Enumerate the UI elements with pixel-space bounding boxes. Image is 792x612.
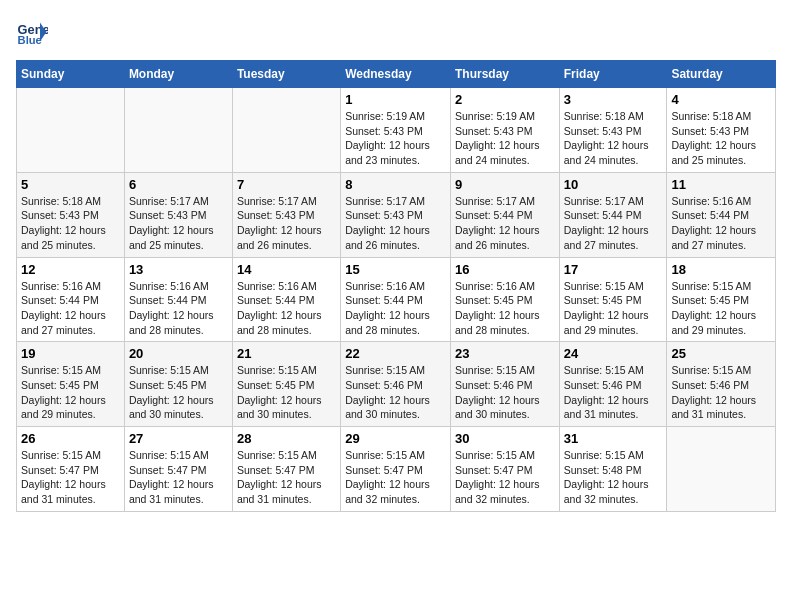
- day-info: Sunrise: 5:17 AMSunset: 5:43 PMDaylight:…: [345, 194, 446, 253]
- day-info: Sunrise: 5:15 AMSunset: 5:46 PMDaylight:…: [345, 363, 446, 422]
- column-header-saturday: Saturday: [667, 61, 776, 88]
- day-info: Sunrise: 5:15 AMSunset: 5:45 PMDaylight:…: [237, 363, 336, 422]
- day-cell: 31Sunrise: 5:15 AMSunset: 5:48 PMDayligh…: [559, 427, 667, 512]
- day-cell: 10Sunrise: 5:17 AMSunset: 5:44 PMDayligh…: [559, 172, 667, 257]
- days-header-row: SundayMondayTuesdayWednesdayThursdayFrid…: [17, 61, 776, 88]
- day-info: Sunrise: 5:18 AMSunset: 5:43 PMDaylight:…: [21, 194, 120, 253]
- svg-text:Blue: Blue: [18, 34, 42, 46]
- day-cell: 23Sunrise: 5:15 AMSunset: 5:46 PMDayligh…: [450, 342, 559, 427]
- day-number: 14: [237, 262, 336, 277]
- day-cell: 24Sunrise: 5:15 AMSunset: 5:46 PMDayligh…: [559, 342, 667, 427]
- day-cell: 18Sunrise: 5:15 AMSunset: 5:45 PMDayligh…: [667, 257, 776, 342]
- day-cell: [232, 88, 340, 173]
- day-number: 22: [345, 346, 446, 361]
- day-cell: [17, 88, 125, 173]
- day-cell: 26Sunrise: 5:15 AMSunset: 5:47 PMDayligh…: [17, 427, 125, 512]
- day-info: Sunrise: 5:15 AMSunset: 5:46 PMDaylight:…: [455, 363, 555, 422]
- day-number: 31: [564, 431, 663, 446]
- day-cell: 20Sunrise: 5:15 AMSunset: 5:45 PMDayligh…: [124, 342, 232, 427]
- logo-icon: General Blue: [16, 16, 48, 48]
- day-number: 21: [237, 346, 336, 361]
- day-info: Sunrise: 5:15 AMSunset: 5:47 PMDaylight:…: [237, 448, 336, 507]
- day-info: Sunrise: 5:15 AMSunset: 5:45 PMDaylight:…: [564, 279, 663, 338]
- day-cell: 28Sunrise: 5:15 AMSunset: 5:47 PMDayligh…: [232, 427, 340, 512]
- day-number: 25: [671, 346, 771, 361]
- day-number: 2: [455, 92, 555, 107]
- day-info: Sunrise: 5:16 AMSunset: 5:44 PMDaylight:…: [345, 279, 446, 338]
- day-info: Sunrise: 5:18 AMSunset: 5:43 PMDaylight:…: [671, 109, 771, 168]
- day-number: 26: [21, 431, 120, 446]
- day-info: Sunrise: 5:16 AMSunset: 5:44 PMDaylight:…: [237, 279, 336, 338]
- day-number: 6: [129, 177, 228, 192]
- column-header-tuesday: Tuesday: [232, 61, 340, 88]
- day-cell: 11Sunrise: 5:16 AMSunset: 5:44 PMDayligh…: [667, 172, 776, 257]
- day-info: Sunrise: 5:17 AMSunset: 5:44 PMDaylight:…: [455, 194, 555, 253]
- day-number: 27: [129, 431, 228, 446]
- day-info: Sunrise: 5:17 AMSunset: 5:44 PMDaylight:…: [564, 194, 663, 253]
- week-row-1: 1Sunrise: 5:19 AMSunset: 5:43 PMDaylight…: [17, 88, 776, 173]
- day-cell: 3Sunrise: 5:18 AMSunset: 5:43 PMDaylight…: [559, 88, 667, 173]
- day-number: 7: [237, 177, 336, 192]
- week-row-5: 26Sunrise: 5:15 AMSunset: 5:47 PMDayligh…: [17, 427, 776, 512]
- day-info: Sunrise: 5:15 AMSunset: 5:45 PMDaylight:…: [129, 363, 228, 422]
- day-info: Sunrise: 5:15 AMSunset: 5:47 PMDaylight:…: [129, 448, 228, 507]
- day-cell: 27Sunrise: 5:15 AMSunset: 5:47 PMDayligh…: [124, 427, 232, 512]
- day-info: Sunrise: 5:15 AMSunset: 5:46 PMDaylight:…: [671, 363, 771, 422]
- week-row-3: 12Sunrise: 5:16 AMSunset: 5:44 PMDayligh…: [17, 257, 776, 342]
- day-number: 17: [564, 262, 663, 277]
- day-cell: 30Sunrise: 5:15 AMSunset: 5:47 PMDayligh…: [450, 427, 559, 512]
- day-info: Sunrise: 5:15 AMSunset: 5:47 PMDaylight:…: [455, 448, 555, 507]
- day-number: 15: [345, 262, 446, 277]
- day-info: Sunrise: 5:15 AMSunset: 5:45 PMDaylight:…: [671, 279, 771, 338]
- day-info: Sunrise: 5:15 AMSunset: 5:46 PMDaylight:…: [564, 363, 663, 422]
- day-info: Sunrise: 5:19 AMSunset: 5:43 PMDaylight:…: [345, 109, 446, 168]
- day-number: 10: [564, 177, 663, 192]
- day-cell: 15Sunrise: 5:16 AMSunset: 5:44 PMDayligh…: [341, 257, 451, 342]
- day-cell: [667, 427, 776, 512]
- day-info: Sunrise: 5:15 AMSunset: 5:48 PMDaylight:…: [564, 448, 663, 507]
- day-number: 28: [237, 431, 336, 446]
- day-number: 5: [21, 177, 120, 192]
- day-cell: 14Sunrise: 5:16 AMSunset: 5:44 PMDayligh…: [232, 257, 340, 342]
- day-cell: 25Sunrise: 5:15 AMSunset: 5:46 PMDayligh…: [667, 342, 776, 427]
- day-number: 13: [129, 262, 228, 277]
- calendar-table: SundayMondayTuesdayWednesdayThursdayFrid…: [16, 60, 776, 512]
- week-row-4: 19Sunrise: 5:15 AMSunset: 5:45 PMDayligh…: [17, 342, 776, 427]
- day-number: 18: [671, 262, 771, 277]
- day-cell: 6Sunrise: 5:17 AMSunset: 5:43 PMDaylight…: [124, 172, 232, 257]
- day-cell: 1Sunrise: 5:19 AMSunset: 5:43 PMDaylight…: [341, 88, 451, 173]
- day-number: 11: [671, 177, 771, 192]
- day-info: Sunrise: 5:17 AMSunset: 5:43 PMDaylight:…: [237, 194, 336, 253]
- logo: General Blue: [16, 16, 48, 48]
- day-number: 19: [21, 346, 120, 361]
- day-info: Sunrise: 5:19 AMSunset: 5:43 PMDaylight:…: [455, 109, 555, 168]
- day-number: 24: [564, 346, 663, 361]
- column-header-thursday: Thursday: [450, 61, 559, 88]
- day-number: 3: [564, 92, 663, 107]
- day-info: Sunrise: 5:18 AMSunset: 5:43 PMDaylight:…: [564, 109, 663, 168]
- day-cell: 21Sunrise: 5:15 AMSunset: 5:45 PMDayligh…: [232, 342, 340, 427]
- day-number: 23: [455, 346, 555, 361]
- day-cell: 19Sunrise: 5:15 AMSunset: 5:45 PMDayligh…: [17, 342, 125, 427]
- day-info: Sunrise: 5:16 AMSunset: 5:45 PMDaylight:…: [455, 279, 555, 338]
- day-info: Sunrise: 5:15 AMSunset: 5:45 PMDaylight:…: [21, 363, 120, 422]
- day-info: Sunrise: 5:15 AMSunset: 5:47 PMDaylight:…: [21, 448, 120, 507]
- day-cell: 9Sunrise: 5:17 AMSunset: 5:44 PMDaylight…: [450, 172, 559, 257]
- day-number: 4: [671, 92, 771, 107]
- day-number: 16: [455, 262, 555, 277]
- day-number: 9: [455, 177, 555, 192]
- column-header-friday: Friday: [559, 61, 667, 88]
- column-header-sunday: Sunday: [17, 61, 125, 88]
- day-number: 29: [345, 431, 446, 446]
- day-cell: [124, 88, 232, 173]
- day-number: 8: [345, 177, 446, 192]
- day-cell: 16Sunrise: 5:16 AMSunset: 5:45 PMDayligh…: [450, 257, 559, 342]
- column-header-monday: Monday: [124, 61, 232, 88]
- day-info: Sunrise: 5:17 AMSunset: 5:43 PMDaylight:…: [129, 194, 228, 253]
- day-cell: 13Sunrise: 5:16 AMSunset: 5:44 PMDayligh…: [124, 257, 232, 342]
- day-cell: 29Sunrise: 5:15 AMSunset: 5:47 PMDayligh…: [341, 427, 451, 512]
- day-cell: 7Sunrise: 5:17 AMSunset: 5:43 PMDaylight…: [232, 172, 340, 257]
- day-info: Sunrise: 5:15 AMSunset: 5:47 PMDaylight:…: [345, 448, 446, 507]
- day-cell: 2Sunrise: 5:19 AMSunset: 5:43 PMDaylight…: [450, 88, 559, 173]
- day-number: 12: [21, 262, 120, 277]
